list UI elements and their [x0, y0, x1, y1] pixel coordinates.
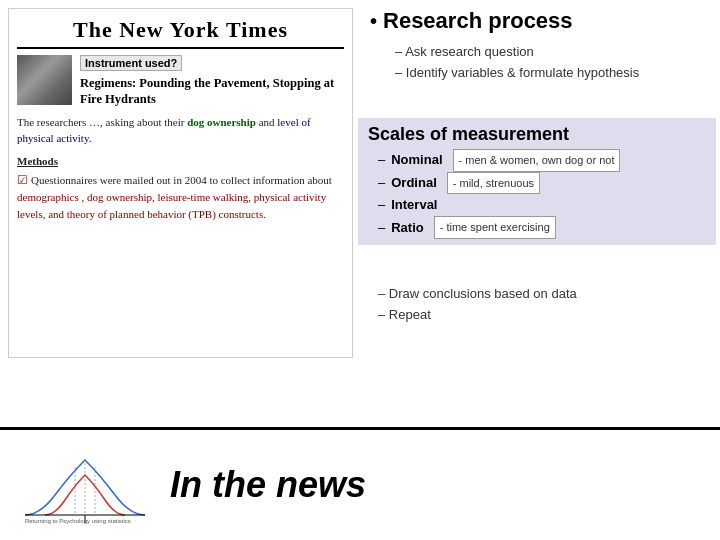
scales-section: Scales of measurement Nominal - men & wo… — [358, 118, 716, 245]
research-steps: Ask research question Identify variables… — [375, 42, 712, 92]
body-mid: and — [259, 116, 278, 128]
after-scales: Draw conclusions based on data Repeat — [358, 280, 716, 326]
scale-nominal: Nominal - men & women, own dog or not — [378, 149, 706, 172]
article-body: The researchers …, asking about their do… — [17, 114, 344, 223]
bottom-section: Returning to Psychology using statistics… — [0, 430, 720, 540]
methods-text: Questionnaires were mailed out in 2004 t… — [31, 174, 332, 186]
page-title: Research process — [383, 8, 573, 34]
repeat-step: Repeat — [378, 305, 716, 326]
scale-ratio: Ratio - time spent exercising — [378, 216, 706, 239]
article-image — [17, 55, 72, 105]
instrument-label: Instrument used? — [80, 55, 182, 71]
newspaper-article: The New York Times Instrument used? Regi… — [8, 8, 353, 358]
step-1: Ask research question — [395, 42, 712, 63]
scale-ordinal: Ordinal - mild, strenuous — [378, 172, 706, 195]
scales-title: Scales of measurement — [368, 124, 706, 145]
bell-curve-chart: Returning to Psychology using statistics — [20, 445, 150, 525]
bullet-point: • — [370, 10, 377, 33]
svg-text:Returning to Psychology using : Returning to Psychology using statistics — [25, 518, 131, 524]
article-headline: Regimens: Pounding the Pavement, Stoppin… — [80, 75, 344, 108]
body-highlight-dog: dog ownership — [187, 116, 256, 128]
newspaper-name: The New York Times — [17, 17, 344, 49]
page-header: • Research process — [370, 8, 712, 34]
methods-highlight-demo: demographics — [17, 191, 79, 203]
checkbox-icon: ☑ — [17, 173, 31, 187]
step-2: Identify variables & formulate hypothesi… — [395, 63, 712, 84]
methods-label: Methods — [17, 153, 344, 170]
scale-interval: Interval — [378, 194, 706, 216]
conclusion-step: Draw conclusions based on data — [378, 284, 716, 305]
in-the-news-title: In the news — [170, 464, 366, 506]
body-intro: The researchers …, asking about their — [17, 116, 184, 128]
